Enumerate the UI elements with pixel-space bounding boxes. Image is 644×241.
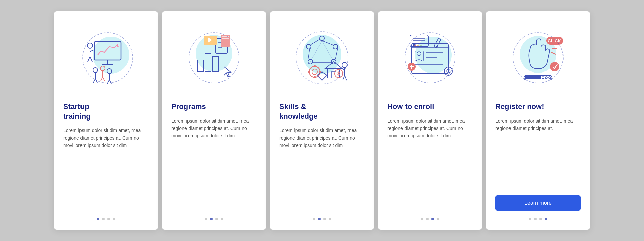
- card-skills-knowledge: $ Skills & knowledge Lorem ipsum dolor s…: [270, 11, 374, 230]
- enroll-icon: [400, 28, 460, 89]
- svg-point-103: [542, 77, 544, 79]
- card-dots-2: [171, 218, 257, 220]
- dot: [529, 218, 531, 220]
- svg-rect-55: [308, 71, 310, 73]
- startup-training-icon: [76, 28, 136, 89]
- svg-point-10: [93, 68, 98, 73]
- programs-icon: [184, 28, 244, 89]
- svg-rect-59: [331, 72, 336, 78]
- svg-line-17: [103, 77, 105, 81]
- svg-text:CLICK: CLICK: [548, 38, 561, 43]
- card-dots-1: [63, 218, 149, 220]
- dot: [437, 218, 439, 220]
- dot-active: [545, 218, 547, 220]
- svg-point-104: [545, 77, 547, 79]
- dot-active: [97, 218, 99, 220]
- dot-active: [318, 218, 321, 220]
- svg-line-8: [88, 57, 90, 62]
- register-icon: CLICK: [508, 28, 568, 89]
- dot: [534, 218, 537, 220]
- card-how-to-enroll: How to enroll Lorem ipsum dolor sit dim …: [378, 11, 482, 230]
- dot: [313, 218, 315, 220]
- svg-line-12: [93, 79, 95, 83]
- card-body-2: Lorem ipsum dolor sit dim amet, mea regi…: [171, 117, 257, 209]
- card-body-5: Lorem ipsum dolor sit dim amet, mea regi…: [495, 117, 581, 187]
- svg-rect-32: [222, 36, 229, 37]
- card-dots-3: [279, 218, 365, 220]
- dot-active: [431, 218, 434, 220]
- card-title-2: Programs: [171, 102, 206, 112]
- dot: [107, 218, 110, 220]
- svg-line-65: [341, 68, 345, 70]
- card-title-1: Startup training: [63, 102, 91, 121]
- svg-rect-53: [314, 65, 316, 67]
- svg-rect-54: [314, 76, 316, 78]
- dot: [113, 218, 115, 220]
- card-dots-5: [495, 218, 581, 220]
- card-body-3: Lorem ipsum dolor sit dim amet, mea regi…: [279, 127, 365, 209]
- svg-rect-102: [525, 76, 541, 79]
- card-dots-4: [387, 218, 473, 220]
- svg-point-105: [549, 77, 551, 79]
- dot: [421, 218, 423, 220]
- svg-point-63: [342, 62, 347, 68]
- card-programs: Programs Lorem ipsum dolor sit dim amet,…: [162, 11, 266, 230]
- svg-point-5: [87, 43, 93, 48]
- skills-icon: $: [292, 28, 352, 89]
- svg-marker-36: [224, 67, 231, 77]
- cards-container: Startup training Lorem ipsum dolor sit d…: [41, 1, 603, 240]
- dot: [205, 218, 207, 220]
- card-startup-training: Startup training Lorem ipsum dolor sit d…: [54, 11, 158, 230]
- dot: [426, 218, 429, 220]
- dot: [215, 218, 218, 220]
- card-title-4: How to enroll: [387, 102, 434, 112]
- dot: [323, 218, 326, 220]
- dot: [539, 218, 542, 220]
- svg-rect-33: [222, 38, 229, 39]
- card-icon-area-4: [387, 21, 473, 95]
- card-icon-area-1: [63, 21, 149, 95]
- dot: [329, 218, 331, 220]
- card-body-4: Lorem ipsum dolor sit dim amet, mea regi…: [387, 117, 473, 209]
- dot: [102, 218, 105, 220]
- dot-active: [210, 218, 213, 220]
- svg-point-106: [550, 62, 559, 71]
- svg-line-16: [101, 77, 103, 81]
- card-title-5: Register now!: [495, 102, 544, 112]
- card-icon-area-2: [171, 21, 257, 95]
- card-register-now: CLICK Register now! Lorem ipsum dolor si…: [486, 11, 590, 230]
- card-title-3: Skills & knowledge: [279, 102, 318, 121]
- learn-more-button[interactable]: Learn more: [495, 195, 581, 211]
- card-icon-area-3: $: [279, 21, 365, 95]
- svg-line-9: [90, 57, 92, 62]
- svg-line-7: [90, 50, 93, 52]
- dot: [221, 218, 223, 220]
- card-body-1: Lorem ipsum dolor sit dim amet, mea regi…: [63, 127, 149, 209]
- card-icon-area-5: CLICK: [495, 21, 581, 95]
- svg-line-67: [345, 75, 347, 80]
- svg-text:$: $: [337, 71, 340, 76]
- svg-line-66: [343, 75, 345, 80]
